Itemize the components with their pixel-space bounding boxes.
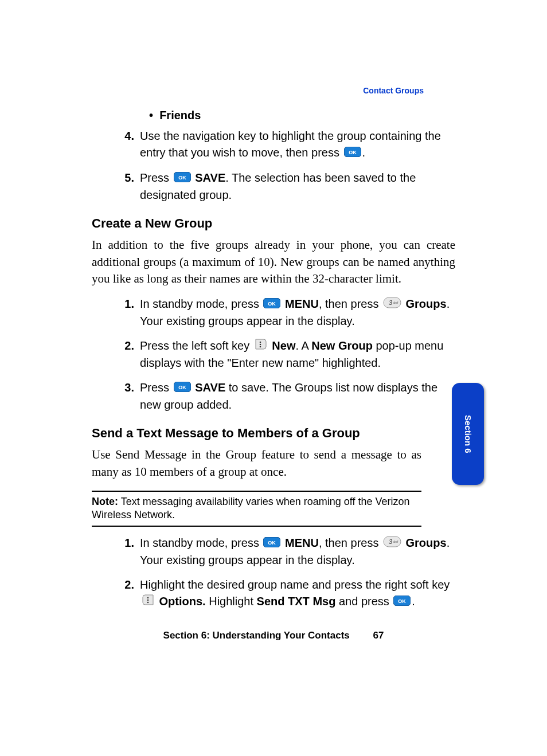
heading-create-new-group: Create a New Group: [92, 216, 455, 231]
c2-new: New: [272, 339, 295, 352]
ok-icon: [174, 380, 191, 397]
ok-icon: [263, 535, 280, 552]
s1-groups: Groups: [406, 536, 447, 549]
c1-text-a: In standby mode, press: [140, 297, 262, 310]
s1-text-b: , then press: [319, 536, 382, 549]
send-step-2: 2. Highlight the desired group name and …: [115, 577, 455, 610]
s1-menu: MENU: [285, 536, 319, 549]
c3-save: SAVE: [195, 381, 225, 394]
ok-icon: [344, 145, 361, 162]
create-step-2: 2. Press the left soft key New. A New Gr…: [115, 338, 455, 371]
right-softkey-icon: [141, 594, 155, 610]
c1-menu: MENU: [285, 297, 319, 310]
step-4-number: 4.: [115, 128, 140, 162]
s2-text-d: .: [412, 595, 415, 608]
step-5: 5. Press SAVE. The selection has been sa…: [115, 170, 455, 203]
key-3-icon: [383, 296, 401, 313]
create-step-3: 3. Press SAVE to save. The Groups list n…: [115, 379, 455, 413]
create-step-3-number: 3.: [115, 379, 140, 413]
step-4-text-b: .: [362, 146, 366, 159]
s1-text-a: In standby mode, press: [140, 536, 262, 549]
heading-send-text: Send a Text Message to Members of a Grou…: [92, 426, 421, 441]
note-block: Note: Text messaging availability varies…: [92, 491, 421, 527]
create-step-1-number: 1.: [115, 296, 140, 330]
step-5-text-a: Press: [140, 171, 173, 184]
s2-options: Options.: [159, 595, 206, 608]
note-label: Note:: [92, 496, 118, 507]
c1-groups: Groups: [406, 297, 447, 310]
para-create: In addition to the five groups already i…: [92, 237, 455, 287]
para-send: Use Send Message in the Group feature to…: [92, 446, 421, 480]
key-3-icon: [383, 535, 401, 552]
note-text: Text messaging availability varies when …: [92, 496, 410, 520]
page-footer: Section 6: Understanding Your Contacts 6…: [0, 630, 547, 641]
c3-text-a: Press: [140, 381, 173, 394]
section-tab: Section 6: [452, 383, 484, 485]
left-softkey-icon: [254, 338, 268, 355]
section-tab-label: Section 6: [463, 415, 473, 453]
c2-text-b: . A: [295, 339, 311, 352]
c2-text-a: Press the left soft key: [140, 339, 253, 352]
step-4-text-a: Use the navigation key to highlight the …: [140, 130, 441, 159]
send-step-2-number: 2.: [115, 577, 140, 610]
c1-text-b: , then press: [319, 297, 382, 310]
ok-icon: [263, 296, 280, 313]
bullet-friends: • Friends: [149, 109, 455, 122]
send-step-1-number: 1.: [115, 535, 140, 569]
footer-page-number: 67: [373, 630, 384, 641]
footer-section: Section 6: Understanding Your Contacts: [163, 630, 350, 641]
step-5-number: 5.: [115, 170, 140, 203]
s2-sendtxt: Send TXT Msg: [257, 595, 336, 608]
step-4: 4. Use the navigation key to highlight t…: [115, 128, 455, 162]
ok-icon: [393, 594, 411, 610]
step-5-save: SAVE: [195, 171, 225, 184]
create-step-1: 1. In standby mode, press MENU, then pre…: [115, 296, 455, 330]
s2-text-b: Highlight: [206, 595, 257, 608]
ok-icon: [174, 170, 191, 187]
bullet-friends-text: Friends: [159, 109, 201, 122]
s2-text-a: Highlight the desired group name and pre…: [140, 578, 450, 591]
c2-newgroup: New Group: [311, 339, 373, 352]
create-step-2-number: 2.: [115, 338, 140, 371]
send-step-1: 1. In standby mode, press MENU, then pre…: [115, 535, 455, 569]
s2-text-c: and press: [335, 595, 392, 608]
